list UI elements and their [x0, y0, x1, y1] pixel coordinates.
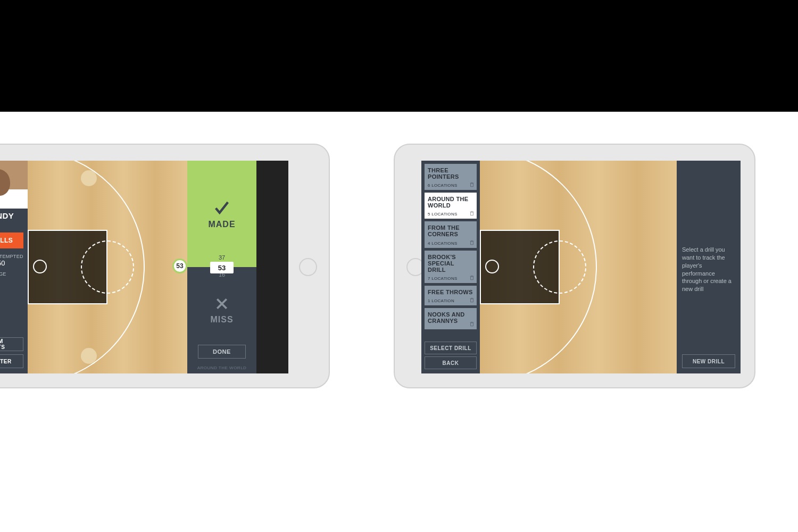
new-drill-button[interactable]: NEW DRILL: [682, 354, 735, 368]
drill-list: THREE POINTERS6 LOCATIONSAROUND THE WORL…: [425, 164, 477, 329]
total-counter: 53: [210, 262, 234, 273]
trash-icon[interactable]: [469, 210, 475, 217]
trash-icon[interactable]: [469, 239, 475, 246]
screen-shot-tracker: 53 NETS 2 RANDY FOYE DRILLS MADE134 ATTE…: [0, 161, 288, 373]
drills-button[interactable]: DRILLS: [0, 232, 23, 248]
shot-spot[interactable]: [81, 348, 97, 364]
free-throw-circle: [81, 240, 134, 294]
drill-list-sidebar: THREE POINTERS6 LOCATIONSAROUND THE WORL…: [421, 161, 480, 373]
home-button-icon: [299, 258, 317, 276]
drill-item[interactable]: NOOKS AND CRANNYS: [425, 308, 477, 329]
trash-icon[interactable]: [469, 181, 475, 188]
drill-item[interactable]: THREE POINTERS6 LOCATIONS: [425, 164, 477, 190]
team-stats-button[interactable]: TEAM STATS: [0, 337, 23, 351]
stats-row: MADE134 ATTEMPTED150: [0, 252, 28, 269]
right-panel: Select a drill you want to track the pla…: [677, 161, 741, 373]
shot-spot[interactable]: [81, 170, 97, 186]
drill-name: NOOKS AND CRANNYS: [428, 311, 473, 324]
player-photo: NETS: [0, 161, 28, 209]
drill-locations: 5 LOCATIONS: [428, 212, 473, 217]
drill-name: THREE POINTERS: [428, 167, 473, 180]
drill-help-text: Select a drill you want to track the pla…: [682, 246, 735, 293]
drill-locations: 1 LOCATION: [428, 298, 473, 303]
drill-name: FROM THE CORNERS: [428, 225, 473, 237]
player-last-name: FOYE: [0, 220, 14, 226]
player-name-row: 2 RANDY FOYE: [0, 209, 28, 229]
trash-icon[interactable]: [469, 297, 475, 303]
check-icon: [213, 198, 231, 217]
header-black-band: [0, 0, 798, 112]
player-first-name: RANDY: [0, 212, 14, 220]
drills-button-label: DRILLS: [0, 237, 13, 244]
drill-locations: 6 LOCATIONS: [428, 183, 473, 188]
trash-icon[interactable]: [469, 275, 475, 281]
court-halfcourt: [480, 161, 677, 373]
select-drill-button[interactable]: SELECT DRILL: [425, 342, 477, 354]
tablet-shot-tracker: 53 NETS 2 RANDY FOYE DRILLS MADE134 ATTE…: [0, 144, 330, 388]
drill-name: BROOK'S SPECIAL DRILL: [428, 254, 473, 273]
made-button[interactable]: MADE: [187, 161, 256, 267]
drill-locations: 4 LOCATIONS: [428, 241, 473, 246]
miss-label: MISS: [210, 315, 233, 325]
drill-item[interactable]: FROM THE CORNERS4 LOCATIONS: [425, 221, 477, 247]
drill-locations: 7 LOCATIONS: [428, 276, 473, 281]
free-throw-circle: [533, 240, 586, 294]
trash-icon[interactable]: [469, 321, 475, 327]
x-icon: [214, 296, 230, 312]
current-drill-label: AROUND THE WORLD: [187, 365, 256, 370]
hoop-icon: [485, 260, 499, 273]
percentage-stat: PERCENTAGE89%: [0, 269, 28, 287]
back-button[interactable]: BACK: [425, 356, 477, 369]
avatar: [0, 169, 10, 196]
miss-button[interactable]: 16 MISS DONE AROUND THE WORLD: [187, 267, 256, 373]
tablet-drill-select: THREE POINTERS6 LOCATIONSAROUND THE WORL…: [394, 144, 755, 388]
made-count: 37: [187, 254, 256, 261]
court-halfcourt[interactable]: 53: [28, 161, 187, 373]
hoop-icon: [33, 260, 47, 273]
screen-drill-select: THREE POINTERS6 LOCATIONSAROUND THE WORL…: [421, 161, 741, 373]
player-sidebar: NETS 2 RANDY FOYE DRILLS MADE134 ATTEMPT…: [0, 161, 28, 373]
roster-button[interactable]: ROSTER: [0, 354, 23, 368]
drill-name: FREE THROWS: [428, 289, 473, 295]
drill-item[interactable]: FREE THROWS1 LOCATION: [425, 286, 477, 305]
drill-item[interactable]: BROOK'S SPECIAL DRILL7 LOCATIONS: [425, 251, 477, 283]
active-shot-marker[interactable]: 53: [172, 259, 187, 273]
made-label: MADE: [208, 220, 235, 229]
drill-name: AROUND THE WORLD: [428, 196, 473, 209]
drill-item[interactable]: AROUND THE WORLD5 LOCATIONS: [425, 193, 477, 219]
done-button[interactable]: DONE: [198, 345, 246, 359]
